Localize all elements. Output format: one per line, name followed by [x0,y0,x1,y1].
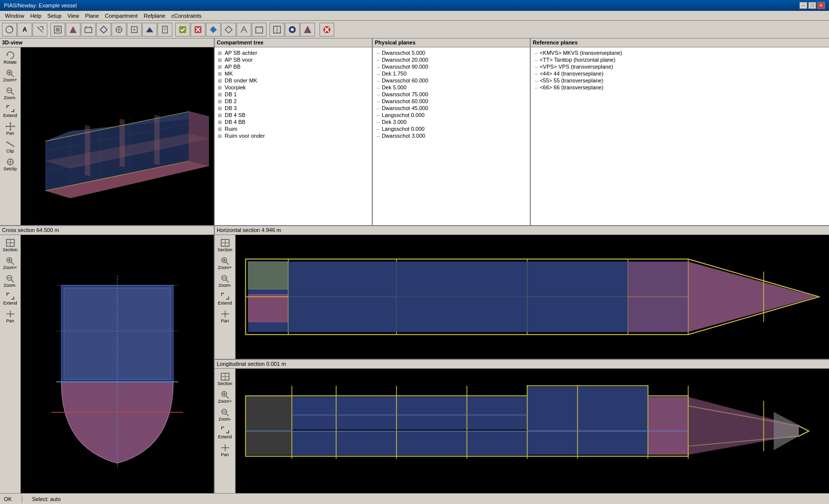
toolbar-btn-16[interactable] [237,23,251,37]
viewport-longitudinal[interactable] [236,369,829,494]
menu-compartment[interactable]: Compartment [102,12,141,20]
menu-plane[interactable]: Plane [82,12,102,20]
panel-cross: Cross section 64.500 m Section Zoom+ Zoo… [0,226,215,493]
status-ok: OK [4,496,12,502]
tool-extend-cross[interactable]: Extend [1,290,19,307]
svg-rect-17 [256,27,263,33]
plane-item-1[interactable]: –Dwarsschot 20.000 [375,56,528,63]
plane-item-6[interactable]: –Dwarsschot 75.000 [375,91,528,98]
tree-item-11[interactable]: ⊞Ruim [217,125,370,132]
menu-window[interactable]: Window [2,12,27,20]
tool-zoomout-3d[interactable]: Zoom- [1,85,19,102]
toolbar-btn-9[interactable] [127,23,142,37]
tree-item-2[interactable]: ⊞AP BB [217,63,370,70]
tool-zoomin-horiz[interactable]: Zoom+ [216,255,234,271]
tree-item-4[interactable]: ⊞DB onder MK [217,77,370,84]
toolbar-btn-7[interactable] [96,23,111,37]
tree-item-5[interactable]: ⊞Voorpiek [217,84,370,91]
plane-item-10[interactable]: –Dek 3.000 [375,118,528,125]
minimize-button[interactable]: − [799,2,807,9]
panel-compartment-header: Compartment tree [215,39,372,47]
tool-rotate[interactable]: Rotate [1,49,19,66]
toolbar-btn-11[interactable] [158,23,172,37]
close-button[interactable]: ✕ [817,2,825,9]
maximize-button[interactable]: □ [808,2,816,9]
refplane-item-5[interactable]: –<66> 66 (transverseplane) [533,84,827,91]
tool-zoomin-cross[interactable]: Zoom+ [1,255,19,271]
toolbar-btn-8[interactable] [112,23,126,37]
tool-pan-cross[interactable]: Pan [1,308,19,325]
viewport-horizontal[interactable] [236,235,829,359]
svg-line-66 [11,262,14,265]
tool-zoomout-cross[interactable]: Zoom- [1,272,19,289]
toolbar-btn-13[interactable] [191,23,205,37]
toolbar-btn-5[interactable] [66,23,80,37]
plane-item-5[interactable]: –Dek 5.000 [375,84,528,91]
tool-section-cross[interactable]: Section [1,237,19,254]
toolbar-btn-1[interactable] [2,23,17,37]
tree-item-10[interactable]: ⊞DB 4 BB [217,118,370,125]
toolbar-btn-17[interactable] [252,23,267,37]
plane-item-0[interactable]: –Dwarsschot 5.000 [375,49,528,56]
plane-item-9[interactable]: –Langsschot 0.000 [375,112,528,118]
toolbar-btn-2[interactable]: A [17,23,32,37]
toolbar-btn-4[interactable] [50,23,65,37]
tree-item-3[interactable]: ⊞MK [217,70,370,77]
plane-item-7[interactable]: –Dwarsschot 60.000 [375,98,528,105]
compartment-tree-body[interactable]: ⊞AP SB achter ⊞AP SB voor ⊞AP BB ⊞MK ⊞DB… [215,47,372,225]
tool-zoomin-long[interactable]: Zoom+ [216,388,234,405]
tree-item-8[interactable]: ⊞DB 3 [217,105,370,112]
tool-zoomout-long[interactable]: Zoom- [216,406,234,423]
toolbar-btn-stop[interactable] [319,23,334,37]
tool-extend-horiz[interactable]: Extend [216,290,234,307]
tree-item-6[interactable]: ⊞DB 1 [217,91,370,98]
plane-item-8[interactable]: –Dwarsschot 45.000 [375,105,528,112]
viewport-cross[interactable] [21,235,214,493]
refplane-item-1[interactable]: –<TT> Tanttop (horizontal plane) [533,56,827,63]
tool-extend-3d[interactable]: Extend [1,103,19,119]
toolbar-btn-6[interactable] [81,23,96,37]
refplane-item-4[interactable]: –<55> 55 (transverseplane) [533,77,827,84]
tree-item-12[interactable]: ⊞Ruim voor onder [217,132,370,139]
plane-item-4[interactable]: –Dwarsschot 60.000 [375,77,528,84]
toolbar-btn-18[interactable] [270,23,284,37]
tool-section-horiz[interactable]: Section [216,237,234,254]
menu-refplane[interactable]: Refplane [141,12,168,20]
menu-help[interactable]: Help [27,12,44,20]
plane-item-2[interactable]: –Dwarsschot 90.000 [375,63,528,70]
toolbar-btn-15[interactable] [221,23,236,37]
toolbar-btn-20[interactable] [300,23,315,37]
refplanes-body[interactable]: –<KMVS> MKVS (transverseplane) –<TT> Tan… [531,47,829,225]
menu-view[interactable]: View [65,12,82,20]
refplane-item-2[interactable]: –<VPS> VPS (transverseplane) [533,63,827,70]
tool-pan-horiz[interactable]: Pan [216,308,234,325]
tree-item-1[interactable]: ⊞AP SB voor [217,56,370,63]
toolbar-btn-14[interactable] [206,23,221,37]
viewport-3d[interactable] [21,47,214,225]
refplane-item-0[interactable]: –<KMVS> MKVS (transverseplane) [533,49,827,56]
tool-zoomout-horiz[interactable]: Zoom- [216,272,234,289]
tool-zoomin-3d[interactable]: Zoom+ [1,67,19,84]
tool-clip-3d[interactable]: Clip [1,138,19,155]
tool-extend-long[interactable]: Extend [216,424,234,441]
toolbar-btn-19[interactable] [285,23,300,37]
menu-cconstraints[interactable]: cConstraints [168,12,204,20]
toolbar-btn-3[interactable] [33,23,47,37]
menu-setup[interactable]: Setup [44,12,65,20]
tree-item-7[interactable]: ⊞DB 2 [217,98,370,105]
toolbar-btn-10[interactable] [142,23,157,37]
main-content: 3D-view Rotate Zoom+ Zoom- [0,39,829,493]
planes-body[interactable]: –Dwarsschot 5.000 –Dwarsschot 20.000 –Dw… [373,47,530,225]
tool-setclip-3d[interactable]: Setclip [1,156,19,173]
tool-pan-3d[interactable]: Pan [1,120,19,137]
tree-item-9[interactable]: ⊞DB 4 SB [217,112,370,118]
toolbar-btn-12[interactable] [175,23,190,37]
tool-pan-long[interactable]: Pan [216,442,234,459]
longitudinal-section-svg [236,369,829,494]
plane-item-12[interactable]: –Dwarsschot 3.000 [375,132,528,139]
plane-item-3[interactable]: –Dek 1.750 [375,70,528,77]
plane-item-11[interactable]: –Langsschot 0.000 [375,125,528,132]
tool-section-long[interactable]: Section [216,371,234,388]
refplane-item-3[interactable]: –<44> 44 (transverseplane) [533,70,827,77]
tree-item-0[interactable]: ⊞AP SB achter [217,49,370,56]
